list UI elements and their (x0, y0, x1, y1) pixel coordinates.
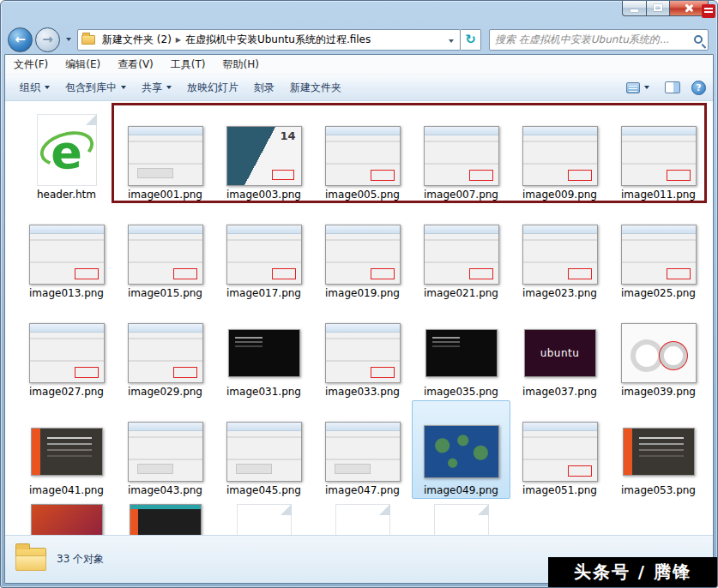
help-button[interactable] (691, 81, 706, 95)
file-item[interactable]: ubuntuimage037.png (510, 302, 609, 400)
menu-item-tools[interactable]: 工具(T) (171, 57, 206, 72)
new-folder-label: 新建文件夹 (290, 81, 341, 95)
menu-item-file[interactable]: 文件(F) (14, 57, 48, 72)
file-item[interactable]: image053.png (609, 400, 708, 499)
file-item[interactable]: image029.png (116, 302, 214, 400)
item-count: 33 个对象 (57, 552, 104, 567)
file-item[interactable]: image025.png (609, 203, 708, 302)
breadcrumb-segment[interactable]: 在虚拟机中安装Ubuntu系统的过程.files (183, 31, 373, 49)
file-name-label: image019.png (325, 287, 400, 300)
dialog-red-thumbnail (621, 225, 697, 285)
file-item[interactable]: image001.png (116, 105, 214, 203)
refresh-icon (465, 32, 476, 47)
file-item[interactable]: image031.png (214, 302, 313, 400)
command-toolbar: 组织 包含到库中 共享 放映幻灯片 刻录 新建文件夹 (5, 75, 713, 101)
file-name-label: image041.png (29, 484, 104, 497)
thumbnail-glyph: e (51, 129, 82, 176)
dialog-red-thumbnail (325, 225, 401, 285)
file-name-label: image051.png (522, 484, 597, 497)
file-item[interactable]: image007.png (412, 105, 510, 203)
file-name-label: image007.png (424, 189, 498, 201)
address-bar[interactable]: 新建文件夹 (2) ▶ 在虚拟机中安装Ubuntu系统的过程.files (77, 29, 461, 51)
file-item[interactable]: image045.png (214, 400, 313, 499)
file-item[interactable]: image005.png (313, 105, 412, 203)
content-area: eheader.htmimage001.png14image003.pngima… (5, 101, 713, 535)
back-arrow-icon (15, 32, 26, 47)
menu-item-help[interactable]: 帮助(H) (223, 57, 259, 72)
recent-pages-dropdown-button[interactable] (63, 30, 75, 49)
file-item[interactable] (17, 499, 116, 535)
file-item[interactable]: image023.png (510, 203, 609, 302)
file-item[interactable]: image039.png (609, 302, 708, 400)
back-button[interactable] (8, 27, 33, 52)
burn-button[interactable]: 刻录 (246, 76, 282, 99)
address-dropdown-button[interactable] (446, 33, 456, 45)
slideshow-label: 放映幻灯片 (187, 81, 238, 95)
file-item[interactable]: image009.png (510, 105, 609, 203)
dialog-red-thumbnail (128, 225, 203, 285)
file-item[interactable]: image015.png (116, 203, 214, 302)
search-input[interactable]: 搜索 在虚拟机中安装Ubuntu系统的... (489, 29, 709, 51)
file-item[interactable] (116, 499, 214, 535)
file-name-label: image035.png (424, 386, 498, 399)
file-grid: eheader.htmimage001.png14image003.pngima… (5, 101, 713, 535)
file-name-label: image023.png (522, 287, 597, 300)
desktop-orange-thumbnail (31, 504, 103, 535)
file-item[interactable]: image051.png (510, 400, 609, 499)
file-item[interactable]: image047.png (313, 400, 412, 499)
preview-pane-button[interactable] (661, 78, 685, 97)
file-item[interactable]: image017.png (214, 203, 313, 302)
file-item[interactable]: image043.png (116, 400, 214, 499)
file-item[interactable]: image033.png (313, 302, 412, 400)
menu-item-view[interactable]: 查看(V) (118, 57, 154, 72)
breadcrumb-segment[interactable]: 新建文件夹 (2) (100, 31, 174, 49)
dialog-red-thumbnail (522, 422, 598, 482)
file-item[interactable]: image019.png (313, 203, 412, 302)
file-item[interactable]: image049.png (412, 400, 510, 499)
close-icon (684, 3, 694, 13)
dialog-red-thumbnail (325, 126, 401, 186)
file-item[interactable]: e (412, 499, 510, 535)
corner-watermark-logo (702, 4, 715, 18)
file-item[interactable]: 14image003.png (214, 105, 313, 203)
file-name-label: image013.png (29, 287, 104, 300)
forward-button[interactable] (35, 27, 60, 52)
dialog-red-thumbnail (325, 323, 401, 383)
organize-button[interactable]: 组织 (12, 76, 57, 99)
minimize-button[interactable] (622, 1, 647, 16)
share-button[interactable]: 共享 (134, 76, 179, 99)
ie-thumbnail: e (37, 114, 97, 186)
file-name-label: image017.png (226, 287, 301, 300)
include-in-library-button[interactable]: 包含到库中 (57, 76, 134, 99)
toolbar-right-group (622, 78, 706, 97)
file-item[interactable]: image035.png (412, 302, 510, 400)
file-item[interactable] (214, 499, 313, 535)
dark-thumbnail (425, 329, 498, 377)
slideshow-button[interactable]: 放映幻灯片 (179, 76, 246, 99)
file-item[interactable]: e (313, 499, 412, 535)
refresh-button[interactable] (461, 29, 481, 51)
dialog-red-thumbnail (522, 126, 598, 186)
installer-thumbnail (31, 428, 103, 476)
dialog-plain-thumbnail (128, 422, 203, 482)
file-item[interactable]: image011.png (609, 105, 708, 203)
file-item[interactable]: eheader.htm (17, 105, 116, 203)
ie-page-thumbnail: e (434, 504, 489, 535)
thumbnail-glyph: e (454, 528, 469, 535)
file-item[interactable]: image021.png (412, 203, 510, 302)
burn-label: 刻录 (254, 81, 275, 95)
file-item[interactable]: image041.png (17, 400, 116, 499)
new-folder-button[interactable]: 新建文件夹 (282, 76, 349, 99)
file-name-label: image003.png (226, 189, 301, 201)
file-item[interactable]: image027.png (17, 302, 116, 400)
dialog-red-thumbnail (522, 225, 598, 285)
dialog-red-thumbnail (29, 225, 105, 285)
chevron-down-icon (45, 86, 50, 89)
maximize-button[interactable] (647, 1, 670, 16)
menu-item-edit[interactable]: 编辑(E) (65, 57, 100, 72)
change-view-button[interactable] (622, 79, 654, 97)
file-item[interactable]: image013.png (17, 203, 116, 302)
title-bar[interactable] (1, 1, 717, 25)
dialog-red-thumbnail (424, 126, 499, 186)
dialog-red-thumbnail (424, 225, 499, 285)
